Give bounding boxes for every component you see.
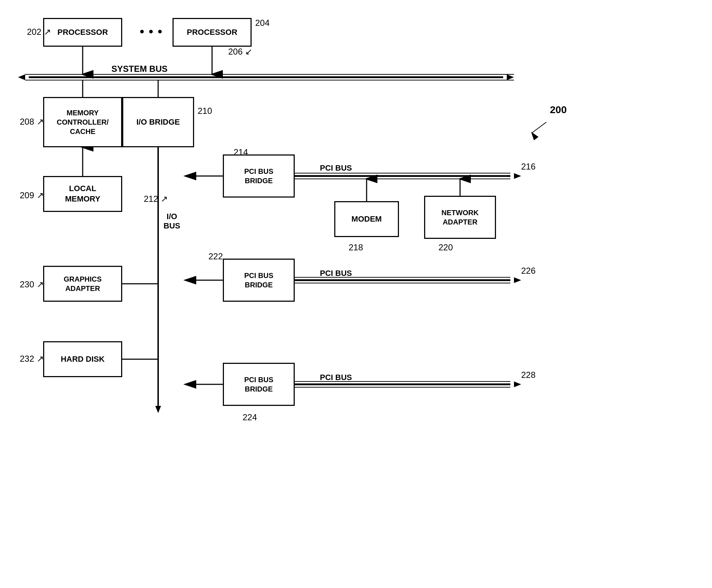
hard-disk-box: HARD DISK (43, 341, 122, 377)
svg-line-41 (532, 122, 546, 133)
pci-bus-bridge1-box: PCI BUSBRIDGE (223, 154, 295, 198)
pci-bus-bridge2-box: PCI BUSBRIDGE (223, 259, 295, 302)
io-bus-label: I/OBUS (164, 212, 180, 231)
ref-209: 209 ↗ (20, 190, 44, 200)
diagram-container: PROCESSOR PROCESSOR 202 ↗ 204 206 ↙ SYST… (0, 0, 712, 588)
svg-marker-21 (514, 173, 521, 179)
ref-224: 224 (243, 412, 257, 422)
pci-bus-3-label: PCI BUS (320, 373, 352, 382)
ref-200: 200 (550, 104, 567, 116)
svg-marker-35 (514, 381, 521, 387)
pci-bus-2-label: PCI BUS (320, 269, 352, 278)
local-memory-box: LOCALMEMORY (43, 176, 122, 212)
io-bridge-box: I/O BRIDGE (122, 97, 194, 147)
ref-212: 212 ↗ (144, 194, 168, 204)
ref-206: 206 ↙ (228, 47, 252, 57)
pci-bus-1-label: PCI BUS (320, 163, 352, 173)
network-adapter-box: NETWORKADAPTER (424, 196, 496, 239)
graphics-adapter-box: GRAPHICSADAPTER (43, 266, 122, 302)
svg-point-38 (140, 30, 144, 33)
ref-216: 216 (521, 162, 536, 172)
ref-208: 208 ↗ (20, 117, 44, 127)
processor2-box: PROCESSOR (173, 18, 252, 47)
ref-210: 210 (198, 106, 212, 116)
memory-controller-box: MEMORYCONTROLLER/CACHE (43, 97, 122, 147)
ref-214: 214 (234, 147, 248, 157)
svg-point-39 (149, 30, 153, 33)
ref-202: 202 ↗ (27, 27, 51, 37)
ref-204: 204 (255, 18, 270, 28)
ref-232: 232 ↗ (20, 354, 44, 364)
ref-218: 218 (349, 242, 363, 253)
svg-point-40 (158, 30, 162, 33)
ref-220: 220 (438, 242, 453, 253)
pci-bus-bridge3-box: PCI BUSBRIDGE (223, 363, 295, 406)
system-bus-label: SYSTEM BUS (111, 64, 167, 74)
svg-marker-6 (507, 74, 514, 80)
ref-230: 230 ↗ (20, 279, 44, 290)
modem-box: MODEM (334, 201, 399, 237)
ref-228: 228 (521, 370, 536, 380)
ref-222: 222 (208, 251, 223, 261)
svg-marker-15 (155, 406, 161, 413)
svg-marker-5 (18, 74, 25, 80)
svg-marker-29 (514, 277, 521, 283)
processor1-box: PROCESSOR (43, 18, 122, 47)
ref-226: 226 (521, 266, 536, 276)
